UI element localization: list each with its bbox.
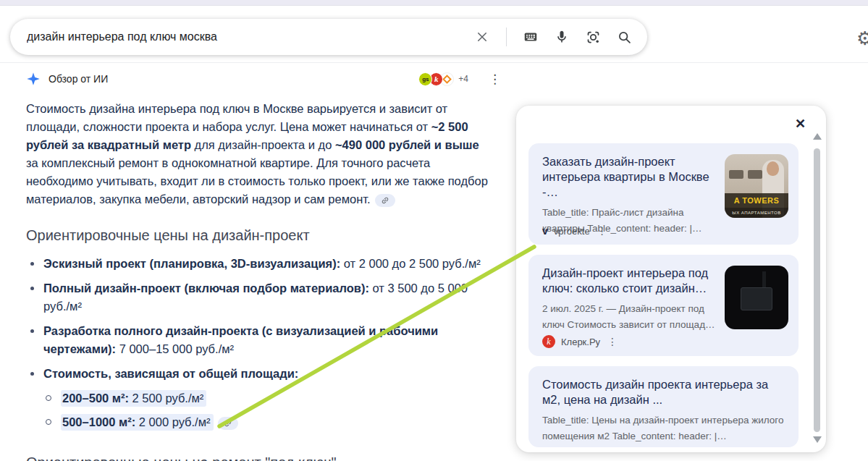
highlighted-citation[interactable]: 200–500 м²: 2 500 руб./м² bbox=[61, 390, 206, 407]
bullet-item: Разработка полного дизайн-проекта (с виз… bbox=[26, 322, 495, 358]
area-price-sublist: 200–500 м²: 2 500 руб./м² 500–1000 м²: 2… bbox=[43, 389, 495, 431]
bullet-bold: Эскизный проект (планировка, 3D-визуализ… bbox=[43, 257, 340, 270]
bullet-bold: Разработка полного дизайн-проекта (с виз… bbox=[43, 324, 438, 355]
source-name: Клерк.Ру bbox=[561, 337, 600, 347]
browser-top-strip bbox=[0, 0, 868, 6]
ai-overview-label: Обзор от ИИ bbox=[49, 73, 108, 85]
sub-bullet-item: 200–500 м²: 2 500 руб./м² bbox=[43, 389, 495, 407]
source-card-thumbnail[interactable]: A TOWERS ЫХ АПАРТАМЕНТОВ bbox=[725, 154, 788, 218]
source-card[interactable]: Дизайн-проект интерьера под ключ: скольк… bbox=[528, 255, 799, 356]
card-menu-icon[interactable]: ⋮ bbox=[597, 225, 607, 237]
citation-link-icon[interactable] bbox=[375, 194, 395, 207]
sub-bullet-text: 2 500 руб./м² bbox=[129, 392, 203, 405]
section-heading-design-project: Ориентировочные цены на дизайн-проект bbox=[26, 227, 504, 244]
scrollbar-down-arrow[interactable] bbox=[813, 436, 822, 443]
intro-bold-2: ~490 000 рублей и выше bbox=[335, 138, 479, 151]
scrollbar-up-arrow[interactable] bbox=[813, 133, 822, 140]
lens-icon[interactable] bbox=[584, 28, 602, 46]
clear-icon[interactable] bbox=[473, 28, 491, 46]
bullet-bold: Полный дизайн-проект (включая подбор мат… bbox=[43, 282, 369, 295]
mic-icon[interactable] bbox=[553, 28, 570, 46]
more-sources-count[interactable]: +4 bbox=[458, 74, 468, 84]
source-card[interactable]: Стоимость дизайн проекта интерьера за м2… bbox=[528, 366, 799, 447]
section-heading-remont: Ориентировочные цены на ремонт "под ключ… bbox=[26, 454, 504, 461]
sub-bullet-bold: 200–500 м²: bbox=[62, 392, 129, 405]
source-card-title[interactable]: Стоимость дизайн проекта интерьера за м2… bbox=[542, 377, 788, 407]
thumb-pipe bbox=[762, 271, 766, 287]
sub-bullet-text: 2 000 руб./м² bbox=[135, 415, 210, 428]
scrollbar-thumb[interactable] bbox=[814, 148, 820, 432]
bullet-item: Стоимость, зависящая от общей площади: 2… bbox=[26, 365, 495, 431]
settings-gear-icon[interactable]: ⚙ bbox=[856, 28, 868, 50]
sub-bullet-bold: 500–1000 м²: bbox=[62, 415, 135, 428]
favicon-gs[interactable]: gs bbox=[418, 72, 432, 86]
price-bullet-list: Эскизный проект (планировка, 3D-визуализ… bbox=[26, 255, 495, 438]
thumb-subbanner-text: ЫХ АПАРТАМЕНТОВ bbox=[732, 211, 780, 215]
thumb-banner: A TOWERS bbox=[725, 193, 788, 208]
header-divider bbox=[0, 62, 868, 63]
intro-text-3: за комплексный ремонт в однокомнатной кв… bbox=[26, 156, 488, 206]
ai-sparkle-icon bbox=[26, 72, 41, 86]
thumb-banner-text: A TOWERS bbox=[734, 196, 780, 205]
searchbar-divider bbox=[506, 28, 507, 46]
search-icon[interactable] bbox=[615, 28, 633, 46]
source-card-snippet: Table_title: Цены на дизайн-проект интер… bbox=[542, 413, 788, 444]
source-favicons[interactable]: gs k +4 bbox=[418, 72, 468, 86]
ai-overview-intro: Стоимость дизайна интерьера под ключ в М… bbox=[26, 100, 491, 208]
source-card-title[interactable]: Заказать дизайн-проект интерьера квартир… bbox=[542, 154, 717, 200]
intro-text-1: Стоимость дизайна интерьера под ключ в М… bbox=[26, 102, 447, 133]
sources-panel: ✕ Заказать дизайн-проект интерьера кварт… bbox=[516, 106, 826, 452]
close-icon[interactable]: ✕ bbox=[795, 116, 806, 132]
intro-text-2: для дизайн-проекта и до bbox=[191, 138, 335, 151]
source-card[interactable]: Заказать дизайн-проект интерьера квартир… bbox=[528, 143, 799, 245]
thumb-window bbox=[748, 170, 762, 179]
bullet-bold: Стоимость, зависящая от общей площади: bbox=[43, 367, 298, 380]
bullet-item: Полный дизайн-проект (включая подбор мат… bbox=[26, 279, 495, 316]
search-bar[interactable]: дизайн интерьера под ключ москва bbox=[10, 19, 647, 55]
bullet-text: от 2 000 до 2 500 руб./м² bbox=[340, 257, 481, 270]
overview-menu-icon[interactable]: ⋮ bbox=[489, 73, 501, 85]
thumb-person-head bbox=[767, 161, 779, 176]
keyboard-icon[interactable] bbox=[522, 28, 539, 46]
ai-overview-header: Обзор от ИИ gs k +4 ⋮ bbox=[26, 69, 501, 88]
source-card-thumbnail[interactable] bbox=[725, 266, 788, 329]
vproekte-logo: v bbox=[542, 225, 548, 237]
klerk-logo: k bbox=[542, 335, 555, 348]
google-search-results-page: дизайн интерьера под ключ москва bbox=[0, 0, 868, 461]
bullet-item: Эскизный проект (планировка, 3D-визуализ… bbox=[26, 255, 495, 273]
source-card-title[interactable]: Дизайн-проект интерьера под ключ: скольк… bbox=[542, 266, 717, 296]
source-name: vproekte bbox=[554, 226, 590, 237]
sub-bullet-item: 500–1000 м²: 2 000 руб./м² bbox=[43, 413, 495, 431]
highlighted-citation[interactable]: 500–1000 м²: 2 000 руб./м² bbox=[61, 414, 214, 431]
thumb-subbanner: ЫХ АПАРТАМЕНТОВ bbox=[725, 208, 788, 218]
search-input[interactable]: дизайн интерьера под ключ москва bbox=[27, 30, 473, 43]
card-menu-icon[interactable]: ⋮ bbox=[607, 336, 618, 347]
citation-link-icon[interactable] bbox=[218, 417, 238, 430]
thumb-window bbox=[729, 170, 743, 179]
thumb-tv bbox=[741, 287, 772, 310]
source-card-snippet: 2 июл. 2025 г. — Дизайн-проект под ключ … bbox=[542, 301, 717, 333]
bullet-text: 7 000–15 000 руб./м² bbox=[116, 342, 234, 355]
